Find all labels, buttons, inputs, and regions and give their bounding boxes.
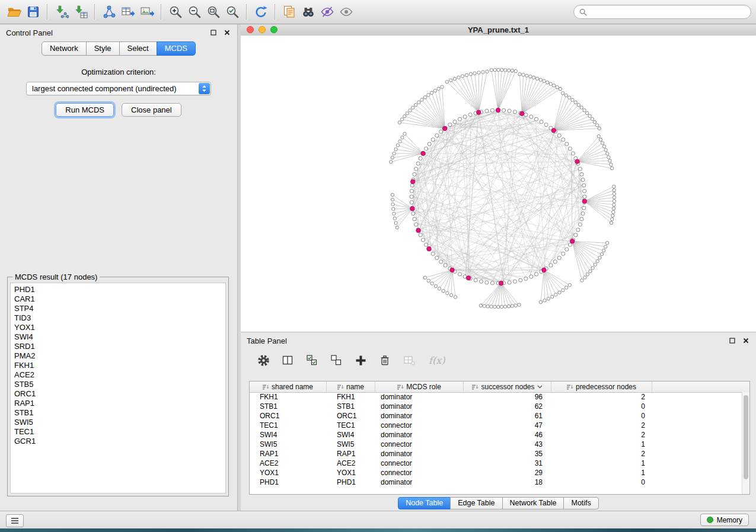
close-panel-button[interactable]: Close panel	[122, 103, 181, 117]
mcds-result-item[interactable]: ORC1	[14, 389, 225, 399]
import-network-icon[interactable]	[52, 2, 71, 21]
mcds-result-item[interactable]: SRD1	[14, 342, 225, 351]
mcds-result-item[interactable]: ACE2	[14, 370, 225, 380]
tab-select[interactable]: Select	[119, 41, 157, 56]
table-row[interactable]: PHD1PHD1dominator180	[250, 477, 742, 487]
tab-network-table[interactable]: Network Table	[502, 497, 564, 509]
mcds-result-item[interactable]: CAR1	[14, 294, 225, 304]
column-header-shared-name[interactable]: shared name	[250, 382, 327, 392]
table-row[interactable]: FKH1FKH1dominator962	[250, 392, 742, 402]
toolbar-separator	[47, 4, 48, 20]
status-bar: Memory	[0, 511, 756, 528]
zoom-in-icon[interactable]	[166, 2, 185, 21]
network-canvas[interactable]	[241, 36, 756, 332]
mcds-result-item[interactable]: RAP1	[14, 399, 225, 408]
mcds-result-item[interactable]: SWI4	[14, 332, 225, 342]
refresh-icon[interactable]	[251, 2, 270, 21]
tab-network[interactable]: Network	[42, 41, 87, 56]
network-window-titlebar[interactable]: YPA_prune.txt_1	[241, 24, 756, 36]
show-all-icon[interactable]	[337, 2, 356, 21]
table-row[interactable]: RAP1RAP1dominator352	[250, 449, 742, 459]
function-icon[interactable]: f(x)	[429, 355, 445, 366]
table-row[interactable]: SWI4SWI4dominator462	[250, 430, 742, 440]
mcds-result-item[interactable]: STP4	[14, 304, 225, 313]
save-icon[interactable]	[24, 2, 43, 21]
float-panel-icon[interactable]	[728, 336, 736, 345]
cell-successor-nodes: 29	[464, 469, 551, 477]
table-scrollbar[interactable]	[742, 392, 749, 494]
column-header-successor-nodes[interactable]: successor nodes	[464, 382, 551, 392]
export-table-icon[interactable]	[119, 2, 138, 21]
criterion-select-value: largest connected component (undirected)	[32, 84, 177, 93]
cell-mcds-role: dominator	[375, 402, 464, 411]
table-row[interactable]: SWI5SWI5connector431	[250, 440, 742, 449]
tab-motifs[interactable]: Motifs	[563, 497, 598, 509]
column-header-name[interactable]: name	[327, 382, 375, 392]
import-table-icon[interactable]	[71, 2, 90, 21]
tab-mcds[interactable]: MCDS	[157, 41, 196, 56]
delete-table-icon[interactable]	[402, 353, 416, 367]
binoculars-icon[interactable]	[299, 2, 318, 21]
mcds-result-item[interactable]: STB5	[14, 380, 225, 389]
select-all-icon[interactable]	[305, 353, 319, 367]
mcds-result-item[interactable]: TID3	[14, 313, 225, 323]
memory-button[interactable]: Memory	[700, 514, 749, 526]
table-body: FKH1FKH1dominator962STB1STB1dominator620…	[250, 392, 742, 494]
cell-mcds-role: connector	[375, 421, 464, 430]
zoom-selected-icon[interactable]	[223, 2, 242, 21]
mcds-result-item[interactable]: PMA2	[14, 351, 225, 361]
table-row[interactable]: STB1STB1dominator620	[250, 402, 742, 411]
window-minimize-button[interactable]	[259, 26, 266, 33]
search-input[interactable]	[590, 7, 745, 17]
run-mcds-button[interactable]: Run MCDS	[56, 103, 114, 117]
mcds-result-item[interactable]: STB1	[14, 408, 225, 418]
deselect-all-icon[interactable]	[329, 353, 343, 367]
mcds-result-list: PHD1CAR1STP4TID3YOX1SWI4SRD1PMA2FKH1ACE2…	[10, 283, 226, 493]
mcds-result-item[interactable]: YOX1	[14, 323, 225, 332]
column-header-MCDS-role[interactable]: MCDS role	[375, 382, 464, 392]
criterion-select[interactable]: largest connected component (undirected)	[26, 82, 211, 95]
float-panel-icon[interactable]	[209, 28, 218, 37]
mcds-result-item[interactable]: TEC1	[14, 427, 225, 437]
window-close-button[interactable]	[247, 26, 254, 33]
cell-shared-name: RAP1	[250, 450, 327, 458]
scrollbar-thumb[interactable]	[744, 395, 748, 479]
hide-selected-icon[interactable]	[318, 2, 337, 21]
close-panel-icon[interactable]	[742, 336, 750, 345]
export-image-icon[interactable]	[138, 2, 157, 21]
clone-network-icon[interactable]	[280, 2, 299, 21]
list-icon	[11, 517, 19, 524]
tab-node-table[interactable]: Node Table	[398, 497, 451, 509]
window-zoom-button[interactable]	[270, 26, 277, 33]
export-network-icon[interactable]	[100, 2, 119, 21]
gear-icon[interactable]	[256, 353, 270, 367]
mcds-result-groupbox: MCDS result (17 nodes) PHD1CAR1STP4TID3Y…	[7, 277, 229, 496]
search-icon	[579, 8, 587, 16]
cell-predecessor-nodes: 0	[551, 478, 652, 486]
zoom-fit-icon[interactable]	[204, 2, 223, 21]
open-folder-icon[interactable]	[5, 2, 24, 21]
trash-icon[interactable]	[378, 353, 392, 367]
panel-menu-button[interactable]	[6, 514, 24, 527]
zoom-out-icon[interactable]	[185, 2, 204, 21]
cell-name: SWI5	[327, 440, 375, 448]
table-row[interactable]: ACE2ACE2connector311	[250, 459, 742, 468]
search-box[interactable]	[573, 5, 751, 19]
close-panel-icon[interactable]	[223, 28, 231, 37]
mcds-result-item[interactable]: GCR1	[14, 437, 225, 446]
tab-style[interactable]: Style	[86, 41, 120, 56]
table-row[interactable]: ORC1ORC1dominator610	[250, 411, 742, 421]
tab-edge-table[interactable]: Edge Table	[450, 497, 502, 509]
mcds-result-item[interactable]: PHD1	[14, 285, 225, 294]
add-column-icon[interactable]	[353, 353, 368, 367]
table-row[interactable]: TEC1TEC1connector472	[250, 421, 742, 430]
column-header-predecessor-nodes[interactable]: predecessor nodes	[551, 382, 652, 392]
cell-mcds-role: dominator	[375, 431, 464, 439]
control-panel: Control Panel NetworkStyleSelectMCDS Opt…	[0, 24, 238, 511]
column-visibility-icon[interactable]	[280, 353, 295, 367]
table-row[interactable]: YOX1YOX1connector291	[250, 468, 742, 477]
cell-shared-name: TEC1	[250, 421, 327, 430]
mcds-result-item[interactable]: FKH1	[14, 361, 225, 370]
mcds-result-item[interactable]: SWI5	[14, 418, 225, 427]
cell-shared-name: PHD1	[250, 478, 327, 486]
